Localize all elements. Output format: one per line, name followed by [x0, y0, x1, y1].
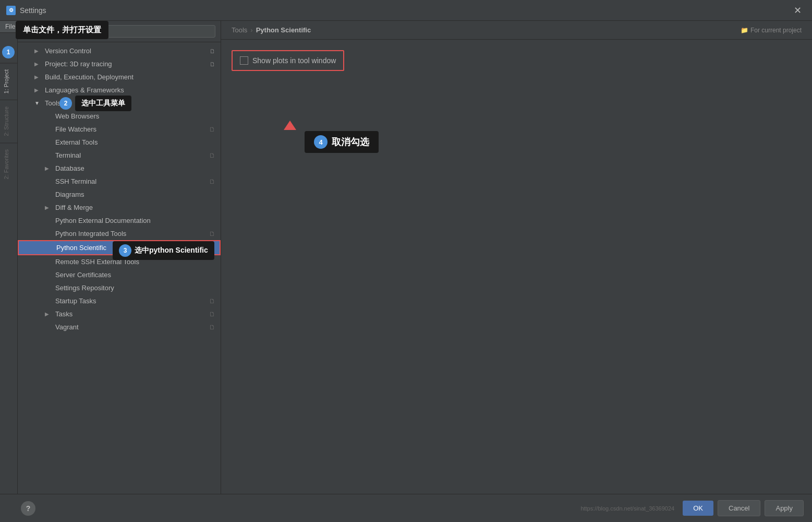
breadcrumb-bar: Tools › Python Scientific 📁 For current …: [221, 21, 812, 40]
file-icon: 🗋: [210, 48, 215, 54]
breadcrumb-separator: ›: [250, 26, 252, 34]
tooltip-step1: 单击文件，并打开设置: [16, 21, 108, 39]
tooltip-step3: 3 选中python Scientific: [113, 241, 214, 260]
sidebar-item-diff-merge[interactable]: ▶ Diff & Merge: [18, 201, 221, 214]
sidebar-item-python-scientific[interactable]: Python Scientific 🗋 3 选中python Scientifi…: [18, 240, 221, 255]
arrow-icon: ▶: [45, 165, 53, 171]
apply-button[interactable]: Apply: [765, 500, 804, 516]
sidebar-item-ssh-terminal[interactable]: SSH Terminal 🗋: [18, 175, 221, 188]
url-bar: https://blog.csdn.net/sinat_36369024: [576, 505, 678, 512]
sidebar-item-file-watchers[interactable]: File Watchers 🗋: [18, 123, 221, 136]
arrow-icon: ▶: [34, 87, 43, 93]
title-bar: ⚙ Settings ✕: [0, 0, 812, 21]
file-icon: 🗋: [209, 126, 215, 133]
sidebar-item-languages[interactable]: ▶ Languages & Frameworks: [18, 84, 221, 97]
sidebar-item-tasks[interactable]: ▶ Tasks 🗋: [18, 307, 221, 321]
tooltip-step4: 4 取消勾选: [305, 131, 379, 153]
help-button[interactable]: ?: [21, 501, 35, 516]
file-icon: 🗋: [209, 311, 215, 318]
show-plots-label: Show plots in tool window: [252, 56, 336, 65]
left-vertical-sidebar: File 1 1: Project 2: Structure 2: Favori…: [0, 21, 18, 494]
sidebar-item-settings-repo[interactable]: Settings Repository: [18, 281, 221, 294]
bottom-bar: https://blog.csdn.net/sinat_36369024 OK …: [0, 494, 812, 522]
cancel-button[interactable]: Cancel: [718, 500, 760, 516]
sidebar-item-vagrant[interactable]: Vagrant 🗋: [18, 321, 221, 334]
arrow-icon: ▶: [34, 74, 43, 80]
sidebar-item-server-certs[interactable]: Server Certificates: [18, 268, 221, 281]
sidebar-item-diagrams[interactable]: Diagrams: [18, 188, 221, 201]
sidebar-item-database[interactable]: ▶ Database: [18, 162, 221, 175]
arrow-icon: ▶: [34, 61, 43, 67]
main-container: File 1 1: Project 2: Structure 2: Favori…: [0, 21, 812, 494]
sidebar-item-web-browsers[interactable]: Web Browsers: [18, 110, 221, 123]
sidebar-item-startup-tasks[interactable]: Startup Tasks 🗋: [18, 294, 221, 307]
arrow-icon: ▶: [45, 311, 53, 317]
arrow-icon: ▶: [34, 48, 43, 54]
step4-circle: 4: [314, 135, 328, 149]
file-icon: 🗋: [209, 152, 215, 159]
breadcrumb-parent: Tools: [232, 26, 247, 34]
sidebar-item-version-control[interactable]: ▶ Version Control 🗋: [18, 44, 221, 57]
sidebar-item-external-tools[interactable]: External Tools: [18, 136, 221, 149]
folder-icon: 📁: [741, 27, 748, 34]
for-current-project: 📁 For current project: [741, 27, 802, 34]
content-area: Show plots in tool window 4 取消勾选: [221, 40, 812, 494]
show-plots-checkbox[interactable]: [240, 56, 248, 65]
file-icon: 🗋: [210, 61, 215, 67]
file-icon: 🗋: [209, 178, 215, 185]
up-arrow-icon: [284, 121, 296, 130]
arrow-icon: ▶: [45, 205, 53, 210]
step1-circle: 1: [2, 46, 15, 58]
option-container: Show plots in tool window: [232, 50, 344, 71]
sidebar-item-terminal[interactable]: Terminal 🗋: [18, 149, 221, 162]
title-bar-left: ⚙ Settings: [6, 6, 46, 15]
file-icon: 🗋: [209, 298, 215, 305]
settings-icon: ⚙: [6, 6, 16, 15]
ok-button[interactable]: OK: [683, 501, 713, 516]
close-button[interactable]: ✕: [790, 3, 806, 18]
sidebar-tab-project[interactable]: 1: Project: [0, 63, 17, 100]
right-panel: Tools › Python Scientific 📁 For current …: [221, 21, 812, 494]
breadcrumb-path: Tools › Python Scientific: [232, 26, 311, 34]
show-plots-option[interactable]: Show plots in tool window: [232, 50, 344, 71]
sidebar-item-python-integrated[interactable]: Python Integrated Tools 🗋: [18, 227, 221, 240]
sidebar-item-python-external-doc[interactable]: Python External Documentation: [18, 214, 221, 227]
tooltip-step2: 2 选中工具菜单: [59, 96, 131, 111]
sidebar-tab-structure[interactable]: 2: Structure: [0, 100, 17, 143]
breadcrumb-current: Python Scientific: [256, 26, 311, 34]
tree-navigation: ▶ Version Control 🗋 ▶ Project: 3D ray tr…: [18, 42, 221, 494]
sidebar-tab-favorites[interactable]: 2: Favorites: [0, 143, 17, 185]
sidebar-item-tools[interactable]: ▼ Tools 2 选中工具菜单: [18, 97, 221, 110]
sidebar-item-build[interactable]: ▶ Build, Execution, Deployment: [18, 70, 221, 84]
arrow-icon: ▼: [34, 100, 43, 106]
file-icon: 🗋: [209, 230, 215, 238]
left-panel: ▶ Version Control 🗋 ▶ Project: 3D ray tr…: [18, 21, 221, 494]
sidebar-item-project-3d[interactable]: ▶ Project: 3D ray tracing 🗋: [18, 57, 221, 70]
file-icon: 🗋: [209, 324, 215, 331]
window-title: Settings: [20, 6, 46, 15]
